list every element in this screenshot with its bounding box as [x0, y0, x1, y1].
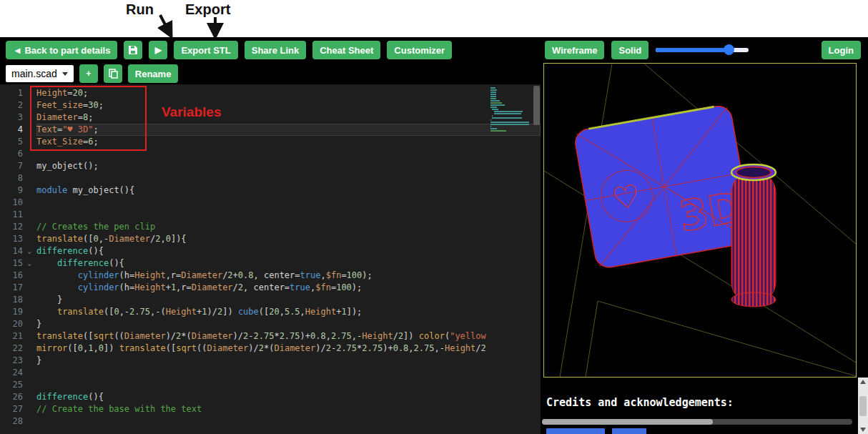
line-number: 26: [0, 391, 33, 403]
cheat-sheet-button[interactable]: Cheat Sheet: [312, 41, 380, 59]
minimap-line: [490, 124, 529, 125]
minimap-line: [490, 96, 496, 97]
code-line[interactable]: cylinder(h=Height,r=Diameter/2+0.8, cent…: [36, 270, 541, 282]
code-line[interactable]: module my_object(){: [36, 184, 541, 197]
clipped-link-text[interactable]: [546, 428, 646, 434]
code-line[interactable]: [36, 197, 541, 209]
line-number: 27: [0, 403, 33, 415]
editor-scrollbar[interactable]: [533, 86, 540, 229]
code-line[interactable]: Text="♥ 3D";: [36, 124, 541, 136]
scroll-handle[interactable]: [859, 396, 867, 416]
code-line[interactable]: // Create the base with the text: [36, 403, 541, 415]
wireframe-button[interactable]: Wireframe: [545, 41, 604, 59]
line-number: 7: [0, 160, 33, 172]
annotation-strip: Run Export: [0, 0, 868, 37]
pen-clip-plate: ♥ 3D: [573, 104, 754, 270]
fold-chevron-icon[interactable]: ⌄: [28, 257, 31, 270]
minimap-line: [490, 87, 495, 89]
rename-button[interactable]: Rename: [128, 64, 179, 83]
line-number: 17: [0, 282, 33, 294]
code-line[interactable]: Diameter=8;: [36, 112, 541, 124]
credits-panel: Credits and acknowledgements:: [541, 378, 868, 434]
code-line[interactable]: }: [36, 318, 541, 330]
minimap-line: [490, 130, 506, 132]
code-line[interactable]: // Creates the pen clip: [36, 221, 541, 233]
app-window: Run Export ◄ Back to part details: [0, 0, 868, 434]
slider-fill: [656, 48, 728, 52]
code-line[interactable]: Feet_size=30;: [36, 99, 541, 112]
view-slider[interactable]: [656, 48, 749, 52]
line-number: 28: [0, 415, 33, 428]
code-line[interactable]: translate([0,-Diameter/2,0]){: [36, 233, 541, 245]
back-to-part-details-button[interactable]: ◄ Back to part details: [6, 41, 117, 59]
line-number: 16: [0, 270, 33, 282]
line-number: 21: [0, 330, 33, 342]
code-line[interactable]: [36, 367, 541, 379]
slider-thumb[interactable]: [724, 44, 734, 55]
annotation-arrow-icons: [0, 0, 286, 37]
code-line[interactable]: my_object();: [36, 160, 541, 172]
minimap-line: [494, 111, 523, 112]
customizer-button[interactable]: Customizer: [387, 41, 452, 59]
model-render: ♥ 3D: [544, 64, 856, 377]
line-number: 22: [0, 342, 33, 355]
code-line[interactable]: difference(){: [36, 257, 541, 270]
editor-pane: main.scad + Rename 1234567891011121314⌄1…: [0, 63, 541, 434]
solid-button[interactable]: Solid: [611, 41, 648, 59]
horizontal-scrollbar[interactable]: [542, 419, 852, 425]
add-file-button[interactable]: +: [79, 64, 98, 83]
line-number: 12: [0, 221, 33, 233]
editor-scroll-handle[interactable]: [533, 86, 540, 125]
minimap-line: [490, 119, 491, 121]
fold-chevron-icon[interactable]: ⌄: [28, 245, 31, 257]
code-line[interactable]: mirror([0,1,0]) translate([sqrt((Diamete…: [36, 342, 541, 355]
line-number: 25: [0, 379, 33, 391]
minimap-line: [492, 115, 493, 117]
code-line[interactable]: [36, 172, 541, 184]
pen-clip-ring: [731, 164, 776, 307]
preview-pane: ♥ 3D Credits and acknowledgements:: [541, 63, 868, 434]
horizontal-scroll-handle[interactable]: [542, 419, 713, 425]
line-number: 20: [0, 318, 33, 330]
code-line[interactable]: Text_Size=6;: [36, 136, 541, 148]
minimap[interactable]: [490, 87, 531, 132]
code-line[interactable]: }: [36, 294, 541, 306]
code-editor[interactable]: 1234567891011121314⌄15⌄16171819202122232…: [0, 84, 541, 434]
code-line[interactable]: translate([sqrt((Diameter)/2*(Diameter)/…: [36, 330, 541, 342]
code-area[interactable]: Height=20;Feet_size=30;Diameter=8;Text="…: [33, 84, 541, 434]
code-line[interactable]: [36, 209, 541, 221]
code-line[interactable]: [36, 148, 541, 160]
run-button[interactable]: ▶: [149, 41, 167, 59]
editor-toolbar-group: ◄ Back to part details ▶ Export STL Shar…: [0, 41, 541, 59]
file-name: main.scad: [11, 68, 57, 79]
annotation-variables-label: Variables: [162, 104, 221, 120]
copy-file-button[interactable]: [104, 64, 122, 83]
scroll-up-icon[interactable]: [860, 380, 866, 384]
code-line[interactable]: cylinder(h=Height+1,r=Diameter/2, center…: [36, 282, 541, 294]
export-stl-button[interactable]: Export STL: [174, 41, 237, 59]
code-line[interactable]: translate([0,-2.75,-(Height+1)/2]) cube(…: [36, 306, 541, 318]
minimap-line: [490, 122, 529, 123]
code-line[interactable]: [36, 415, 541, 428]
main-content: main.scad + Rename 1234567891011121314⌄1…: [0, 63, 868, 434]
line-number: 24: [0, 367, 33, 379]
code-line[interactable]: Height=20;: [36, 87, 541, 99]
code-line[interactable]: difference(){: [36, 245, 541, 257]
scroll-down-icon[interactable]: [860, 428, 866, 432]
line-number: 15⌄: [0, 257, 33, 270]
minimap-line: [492, 117, 521, 119]
save-button[interactable]: [124, 41, 142, 59]
share-link-button[interactable]: Share Link: [245, 41, 306, 59]
minimap-line: [490, 92, 496, 93]
copy-icon: [108, 69, 118, 79]
minimap-line: [490, 98, 496, 99]
code-line[interactable]: [36, 379, 541, 391]
login-button[interactable]: Login: [822, 41, 861, 59]
line-number-gutter: 1234567891011121314⌄15⌄16171819202122232…: [0, 84, 33, 434]
vertical-scrollbar[interactable]: [858, 378, 868, 434]
code-line[interactable]: difference(){: [36, 391, 541, 403]
code-line[interactable]: }: [36, 355, 541, 367]
line-number: 5: [0, 136, 33, 148]
3d-viewport[interactable]: ♥ 3D: [543, 63, 857, 378]
file-select[interactable]: main.scad: [6, 65, 74, 82]
